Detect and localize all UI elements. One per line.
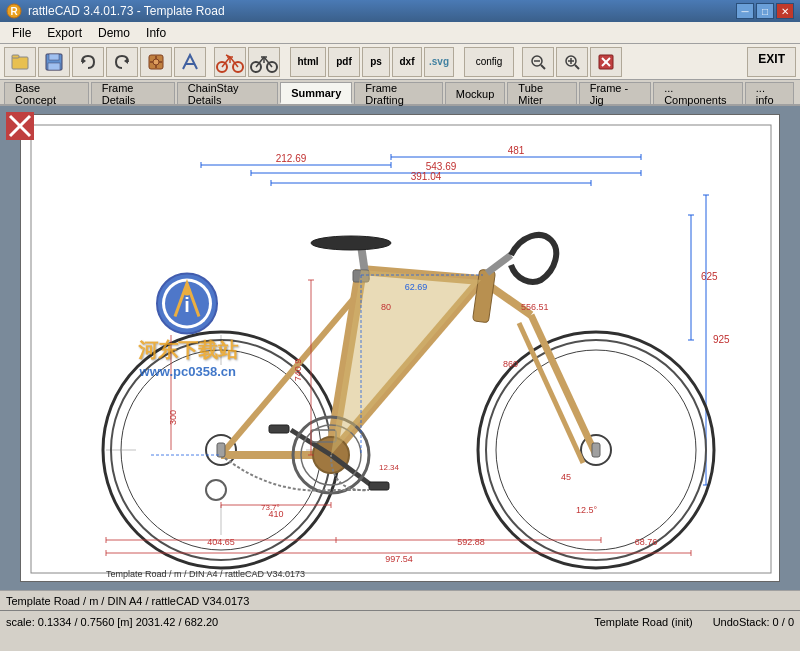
svg-text:556.51: 556.51 [521, 302, 549, 312]
zoom-in-icon [563, 53, 581, 71]
export-ps-button[interactable]: ps [362, 47, 390, 77]
svg-rect-6 [48, 63, 60, 70]
bike-drawing-svg: 212.69 481 543.69 391.04 625 925 [21, 115, 780, 582]
svg-text:68.76: 68.76 [635, 537, 658, 547]
svg-text:860: 860 [503, 359, 518, 369]
svg-rect-104 [269, 425, 289, 433]
redo-button[interactable] [106, 47, 138, 77]
window-controls[interactable]: ─ □ ✕ [736, 3, 794, 19]
undo-stack: UndoStack: 0 / 0 [713, 616, 794, 628]
svg-rect-2 [12, 57, 28, 69]
exit-button[interactable]: EXIT [747, 47, 796, 77]
scale-info: scale: 0.1334 / 0.7560 [m] 2031.42 / 682… [6, 616, 218, 628]
svg-text:212.69: 212.69 [276, 153, 307, 164]
corner-decoration [6, 112, 34, 143]
svg-text:391.04: 391.04 [411, 171, 442, 182]
tab-frame-jig[interactable]: Frame - Jig [579, 82, 651, 104]
window-title: rattleCAD 3.4.01.73 - Template Road [28, 4, 736, 18]
svg-text:12.5°: 12.5° [576, 505, 598, 515]
menu-file[interactable]: File [4, 24, 39, 42]
drawing-annotation: Template Road / m / DIN A4 / rattleCAD V… [6, 595, 249, 607]
redo-icon [112, 52, 132, 72]
svg-text:80: 80 [381, 302, 391, 312]
menu-demo[interactable]: Demo [90, 24, 138, 42]
save-button[interactable] [38, 47, 70, 77]
svg-rect-103 [369, 482, 389, 490]
zoom-in-button[interactable] [556, 47, 588, 77]
zoom-out-button[interactable] [522, 47, 554, 77]
bike-outline-button[interactable] [248, 47, 280, 77]
svg-rect-5 [49, 54, 59, 60]
tab-bar: Base Concept Frame Details ChainStay Det… [0, 80, 800, 106]
tab-tube-miter[interactable]: Tube Miter [507, 82, 576, 104]
menu-bar: File Export Demo Info [0, 22, 800, 44]
config-button[interactable]: config [464, 47, 514, 77]
svg-text:625: 625 [701, 271, 718, 282]
svg-text:R: R [10, 6, 18, 17]
svg-point-10 [153, 59, 159, 65]
svg-marker-7 [82, 58, 86, 64]
tab-summary[interactable]: Summary [280, 82, 352, 104]
svg-text:45: 45 [561, 472, 571, 482]
svg-text:73.7°: 73.7° [261, 503, 280, 512]
drawing-info-bar: Template Road / m / DIN A4 / rattleCAD V… [0, 590, 800, 610]
svg-text:997.54: 997.54 [385, 554, 413, 564]
tab-mockup[interactable]: Mockup [445, 82, 506, 104]
svg-text:300: 300 [168, 410, 178, 425]
open-icon [10, 52, 30, 72]
svg-text:404.65: 404.65 [207, 537, 235, 547]
minimize-button[interactable]: ─ [736, 3, 754, 19]
title-bar: R rattleCAD 3.4.01.73 - Template Road ─ … [0, 0, 800, 22]
tab-components[interactable]: ... Components [653, 82, 743, 104]
export-svg-button[interactable]: .svg [424, 47, 454, 77]
close-x-icon [597, 53, 615, 71]
menu-info[interactable]: Info [138, 24, 174, 42]
settings-icon [146, 52, 166, 72]
export-html-button[interactable]: html [290, 47, 326, 77]
export-pdf-button[interactable]: pdf [328, 47, 360, 77]
svg-text:Template Road  /  m  /  DIN A4: Template Road / m / DIN A4 / rattleCAD V… [106, 569, 305, 579]
svg-text:592.88: 592.88 [457, 537, 485, 547]
export-arrow-icon [180, 52, 200, 72]
main-content: i 河东下载站 www.pc0358.cn 212.69 4 [0, 106, 800, 590]
template-name: Template Road (init) [594, 616, 692, 628]
maximize-button[interactable]: □ [756, 3, 774, 19]
status-bar: scale: 0.1334 / 0.7560 [m] 2031.42 / 682… [0, 610, 800, 632]
config-label: config [476, 56, 503, 67]
svg-rect-108 [592, 443, 600, 457]
svg-line-33 [575, 65, 579, 69]
close-x-button[interactable] [590, 47, 622, 77]
svg-line-22 [226, 55, 230, 57]
settings-button[interactable] [140, 47, 172, 77]
svg-rect-3 [12, 55, 19, 58]
app-icon: R [6, 3, 22, 19]
bike-solid-icon [216, 50, 244, 74]
tab-frame-details[interactable]: Frame Details [91, 82, 175, 104]
save-icon [44, 52, 64, 72]
menu-export[interactable]: Export [39, 24, 90, 42]
undo-button[interactable] [72, 47, 104, 77]
svg-text:62.69: 62.69 [405, 282, 428, 292]
bike-outline-icon [250, 50, 278, 74]
undo-icon [78, 52, 98, 72]
status-right: Template Road (init) UndoStack: 0 / 0 [594, 616, 794, 628]
export-format-group: html pdf ps dxf .svg [290, 47, 454, 77]
svg-point-95 [311, 236, 391, 250]
zoom-out-icon [529, 53, 547, 71]
svg-line-30 [541, 65, 545, 69]
bike-solid-button[interactable] [214, 47, 246, 77]
tab-info[interactable]: ... info [745, 82, 794, 104]
open-button[interactable] [4, 47, 36, 77]
export-dxf-button[interactable]: dxf [392, 47, 422, 77]
close-button[interactable]: ✕ [776, 3, 794, 19]
svg-text:740.9: 740.9 [293, 359, 303, 382]
export-arrow-button[interactable] [174, 47, 206, 77]
svg-text:925: 925 [713, 334, 730, 345]
drawing-area: i 河东下载站 www.pc0358.cn 212.69 4 [20, 114, 780, 582]
svg-marker-8 [124, 58, 128, 64]
tab-frame-drafting[interactable]: Frame Drafting [354, 82, 443, 104]
tab-chainstay-details[interactable]: ChainStay Details [177, 82, 278, 104]
svg-text:12.34: 12.34 [379, 463, 400, 472]
tab-base-concept[interactable]: Base Concept [4, 82, 89, 104]
toolbar: html pdf ps dxf .svg config EXIT [0, 44, 800, 80]
